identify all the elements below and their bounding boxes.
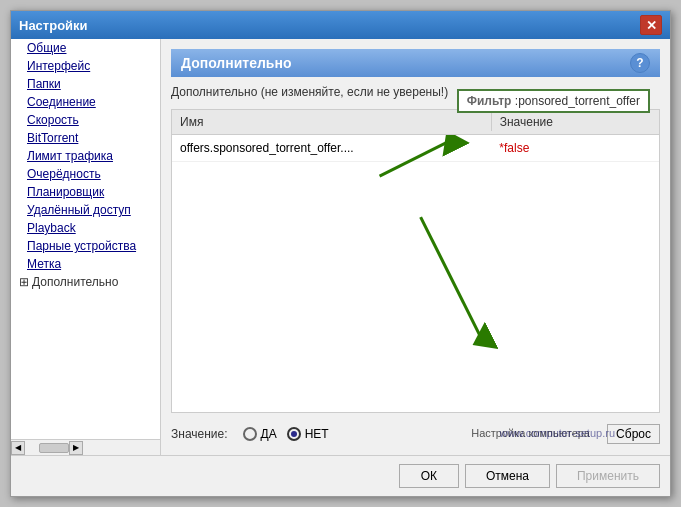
help-button[interactable]: ? [630,53,650,73]
settings-window: Настройки ✕ Общие Интерфейс Папки Соедин… [10,10,671,497]
section-title: Дополнительно [181,55,291,71]
radio-group: ДА НЕТ [243,427,329,441]
scroll-thumb[interactable] [39,443,69,453]
title-bar: Настройки ✕ [11,11,670,39]
sidebar-item-papki[interactable]: Папки [11,75,160,93]
sidebar-item-ochered[interactable]: Очерёдность [11,165,160,183]
window-title: Настройки [19,18,88,33]
radio-net-circle[interactable] [287,427,301,441]
ok-button[interactable]: ОК [399,464,459,488]
arrows-overlay [172,135,659,412]
settings-table: Имя Значение offers.sponsored_torrent_of… [171,109,660,413]
sidebar: Общие Интерфейс Папки Соединение Скорост… [11,39,161,439]
radio-da-label: ДА [261,427,277,441]
sidebar-item-playback[interactable]: Playback [11,219,160,237]
sidebar-container: Общие Интерфейс Папки Соединение Скорост… [11,39,161,455]
sidebar-item-soedinenie[interactable]: Соединение [11,93,160,111]
table-header: Имя Значение [172,110,659,135]
expand-icon: ⊞ [19,275,29,289]
radio-da[interactable]: ДА [243,427,277,441]
scroll-right-btn[interactable]: ▶ [69,441,83,455]
table-row[interactable]: offers.sponsored_torrent_offer.... *fals… [172,135,659,162]
value-label: Значение: [171,427,228,441]
sidebar-item-limit[interactable]: Лимит трафика [11,147,160,165]
radio-net[interactable]: НЕТ [287,427,329,441]
sidebar-item-obschie[interactable]: Общие [11,39,160,57]
sidebar-item-paired[interactable]: Парные устройства [11,237,160,255]
table-body: offers.sponsored_torrent_offer.... *fals… [172,135,659,412]
close-button[interactable]: ✕ [640,15,662,35]
filter-value: :ponsored_torrent_offer [515,94,640,108]
sidebar-item-skorost[interactable]: Скорость [11,111,160,129]
sidebar-item-interfeis[interactable]: Интерфейс [11,57,160,75]
window-body: Общие Интерфейс Папки Соединение Скорост… [11,39,670,455]
reset-button[interactable]: Сброс [607,424,660,444]
radio-da-circle[interactable] [243,427,257,441]
svg-line-3 [421,217,483,340]
filter-box: Фильтр :ponsored_torrent_offer [457,89,650,113]
column-value-header: Значение [492,113,659,131]
cancel-button[interactable]: Отмена [465,464,550,488]
sidebar-item-planner[interactable]: Планировщик [11,183,160,201]
scroll-left-btn[interactable]: ◀ [11,441,25,455]
sidebar-item-advanced[interactable]: ⊞Дополнительно [11,273,160,291]
cell-name: offers.sponsored_torrent_offer.... [172,139,491,157]
radio-net-label: НЕТ [305,427,329,441]
sidebar-hscroll: ◀ ▶ [11,439,161,455]
sidebar-item-label[interactable]: Метка [11,255,160,273]
cell-value: *false [491,139,659,157]
section-header: Дополнительно ? [171,49,660,77]
watermark: www.computer-setup.ru [499,427,615,439]
sidebar-item-bittorrent[interactable]: BitTorrent [11,129,160,147]
column-name-header: Имя [172,113,492,131]
sidebar-item-remote[interactable]: Удалённый доступ [11,201,160,219]
footer: ОК Отмена Применить [11,455,670,496]
main-content: Дополнительно ? Дополнительно (не изменя… [161,39,670,455]
apply-button[interactable]: Применить [556,464,660,488]
filter-label: Фильтр [467,94,512,108]
main-table-area: Имя Значение offers.sponsored_torrent_of… [171,109,660,445]
